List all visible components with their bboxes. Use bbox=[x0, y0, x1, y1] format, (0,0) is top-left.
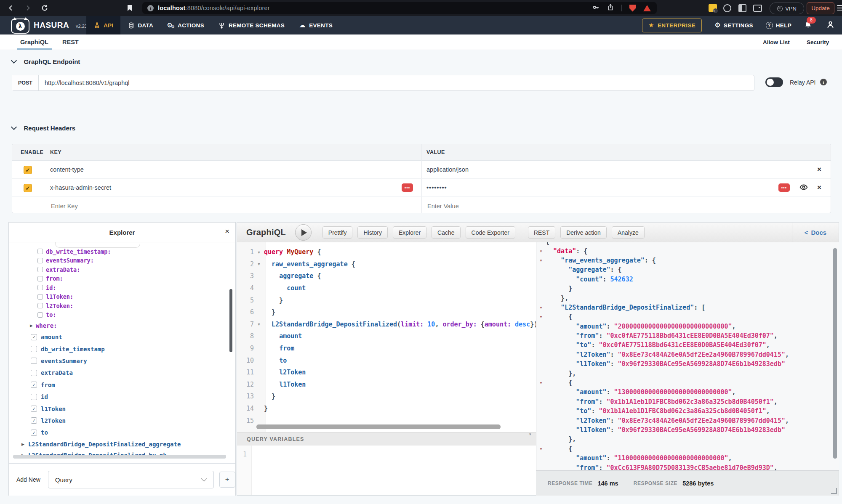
secret-pill-icon[interactable]: ••• bbox=[778, 183, 790, 192]
reveal-secret-button[interactable] bbox=[799, 183, 808, 193]
explorer-arg-l2Token[interactable]: l2Token: bbox=[9, 301, 235, 310]
explorer-arg-to[interactable]: to: bbox=[9, 310, 235, 320]
site-info-icon[interactable]: i bbox=[147, 5, 154, 11]
new-header-key-input[interactable] bbox=[50, 197, 178, 215]
explorer-arg-id[interactable]: id: bbox=[9, 283, 235, 292]
explorer-field-from[interactable]: ✓from bbox=[9, 379, 235, 391]
header-value-masked[interactable]: •••••••• bbox=[426, 179, 447, 196]
explorer-field-amount[interactable]: ✓amount bbox=[9, 331, 235, 343]
contrast-extension-icon[interactable] bbox=[738, 0, 747, 16]
relay-api-toggle[interactable] bbox=[765, 77, 783, 87]
explorer-field-eventsSummary[interactable]: eventsSummary bbox=[9, 355, 235, 367]
endpoint-section-header[interactable]: GraphQL Endpoint bbox=[12, 58, 80, 66]
explorer-arg-extraData[interactable]: extraData: bbox=[9, 265, 235, 274]
tab-graphiql[interactable]: GraphiQL bbox=[20, 34, 48, 50]
prettify-button[interactable]: Prettify bbox=[322, 226, 353, 239]
checkbox[interactable] bbox=[31, 358, 37, 364]
checkbox[interactable]: ✓ bbox=[31, 382, 37, 388]
checkbox[interactable]: ✓ bbox=[31, 430, 37, 436]
checkbox[interactable] bbox=[37, 312, 43, 318]
explorer-arg-where[interactable]: ▶ where: bbox=[9, 320, 235, 331]
explorer-field-list[interactable]: db_write_timestamp:eventsSummary:extraDa… bbox=[9, 242, 235, 458]
security-link[interactable]: Security bbox=[807, 34, 829, 50]
explorer-field-l1Token[interactable]: ✓l1Token bbox=[9, 403, 235, 414]
request-headers-section-header[interactable]: Request Headers bbox=[12, 125, 75, 132]
resize-handle-icon[interactable] bbox=[831, 488, 837, 494]
query-variables-editor[interactable]: 1 bbox=[237, 446, 536, 495]
header-key[interactable]: content-type bbox=[50, 161, 84, 178]
checkbox[interactable] bbox=[37, 303, 43, 308]
warning-icon[interactable] bbox=[643, 5, 651, 11]
checkbox[interactable] bbox=[31, 370, 37, 376]
add-operation-button[interactable]: + bbox=[219, 472, 235, 488]
explorer-arg-l1Token[interactable]: l1Token: bbox=[9, 292, 235, 302]
explorer-field-to[interactable]: ✓to bbox=[9, 427, 235, 438]
info-icon[interactable]: i bbox=[820, 79, 827, 85]
checkbox[interactable] bbox=[37, 249, 43, 254]
checkbox[interactable] bbox=[31, 394, 37, 400]
endpoint-url-input[interactable] bbox=[39, 75, 754, 90]
explorer-button[interactable]: Explorer bbox=[393, 226, 426, 239]
remove-header-button[interactable]: × bbox=[817, 161, 821, 178]
explorer-field-db_write_timestamp[interactable]: db_write_timestamp bbox=[9, 343, 235, 355]
allow-list-link[interactable]: Allow List bbox=[763, 34, 790, 50]
operation-type-select[interactable]: Query bbox=[48, 471, 214, 488]
query-editor[interactable]: 1▾query MyQuery {2▾ raw_events_aggregate… bbox=[237, 242, 536, 432]
extension-notes-icon[interactable] bbox=[709, 4, 717, 12]
cache-button[interactable]: Cache bbox=[432, 226, 460, 239]
nav-tab-api[interactable]: API bbox=[86, 16, 120, 34]
tab-rest[interactable]: REST bbox=[62, 34, 79, 50]
analyze-button[interactable]: Analyze bbox=[612, 226, 645, 239]
rest-button[interactable]: REST bbox=[528, 226, 555, 239]
hasura-logo[interactable]: λ bbox=[11, 19, 29, 34]
close-icon[interactable]: × bbox=[225, 227, 229, 236]
explorer-field-l2Token[interactable]: ✓l2Token bbox=[9, 415, 235, 427]
secret-pill-icon[interactable]: ••• bbox=[402, 183, 413, 192]
history-button[interactable]: History bbox=[357, 226, 388, 239]
nav-tab-remote-schemas[interactable]: REMOTE SCHEMAS bbox=[211, 16, 292, 34]
remove-header-button[interactable]: × bbox=[817, 179, 821, 196]
response-viewer[interactable]: {▾ "data": {▾ "raw_events_aggregate": { … bbox=[536, 242, 839, 470]
share-icon[interactable] bbox=[607, 4, 614, 12]
url-bar[interactable]: i localhost:8080/console/api/api-explore… bbox=[142, 2, 657, 14]
key-icon[interactable] bbox=[592, 4, 600, 13]
header-key[interactable]: x-hasura-admin-secret bbox=[50, 179, 111, 196]
browser-back-icon[interactable] bbox=[6, 0, 16, 16]
account-button[interactable] bbox=[826, 21, 834, 30]
notifications-button[interactable]: 8 bbox=[804, 21, 812, 30]
enable-checkbox[interactable]: ✓ bbox=[24, 184, 32, 192]
execute-query-button[interactable] bbox=[295, 224, 312, 241]
checkbox[interactable] bbox=[31, 346, 37, 352]
extension-icon[interactable] bbox=[722, 0, 732, 16]
checkbox[interactable]: ✓ bbox=[31, 334, 37, 340]
explorer-arg-eventsSummary[interactable]: eventsSummary: bbox=[9, 256, 235, 265]
enable-checkbox[interactable]: ✓ bbox=[24, 166, 32, 174]
header-value[interactable]: application/json bbox=[426, 161, 469, 178]
update-button[interactable]: Update bbox=[807, 2, 834, 14]
wallet-icon[interactable] bbox=[753, 0, 762, 16]
brave-shield-icon[interactable] bbox=[629, 5, 636, 12]
bookmark-icon[interactable] bbox=[125, 0, 134, 16]
new-header-value-input[interactable] bbox=[426, 197, 554, 215]
explorer-root-field[interactable]: ▶L2StandardBridge_DepositFinalized_aggre… bbox=[9, 439, 235, 450]
help-button[interactable]: ? HELP bbox=[766, 22, 791, 29]
checkbox[interactable] bbox=[37, 285, 43, 290]
explorer-scrollbar[interactable] bbox=[229, 289, 232, 352]
settings-button[interactable]: ⚙ SETTINGS bbox=[714, 22, 753, 29]
browser-forward-icon[interactable] bbox=[23, 0, 33, 16]
browser-refresh-icon[interactable] bbox=[40, 0, 50, 16]
query-variables-header[interactable]: QUERY VARIABLES bbox=[237, 432, 536, 446]
nav-tab-data[interactable]: DATA bbox=[120, 16, 160, 34]
explorer-field-extraData[interactable]: extraData bbox=[9, 367, 235, 379]
checkbox[interactable] bbox=[37, 276, 43, 281]
nav-tab-events[interactable]: ☁ EVENTS bbox=[292, 16, 340, 34]
checkbox[interactable] bbox=[37, 258, 43, 263]
menu-icon[interactable] bbox=[837, 5, 842, 11]
checkbox[interactable] bbox=[37, 267, 43, 272]
explorer-field-id[interactable]: id bbox=[9, 391, 235, 403]
enterprise-button[interactable]: ★ ENTERPRISE bbox=[642, 19, 702, 32]
vpn-button[interactable]: VPN bbox=[770, 3, 804, 14]
editor-hscrollbar[interactable] bbox=[256, 424, 501, 429]
checkbox[interactable] bbox=[37, 294, 43, 300]
nav-tab-actions[interactable]: ⚙⚙ ACTIONS bbox=[160, 16, 211, 34]
